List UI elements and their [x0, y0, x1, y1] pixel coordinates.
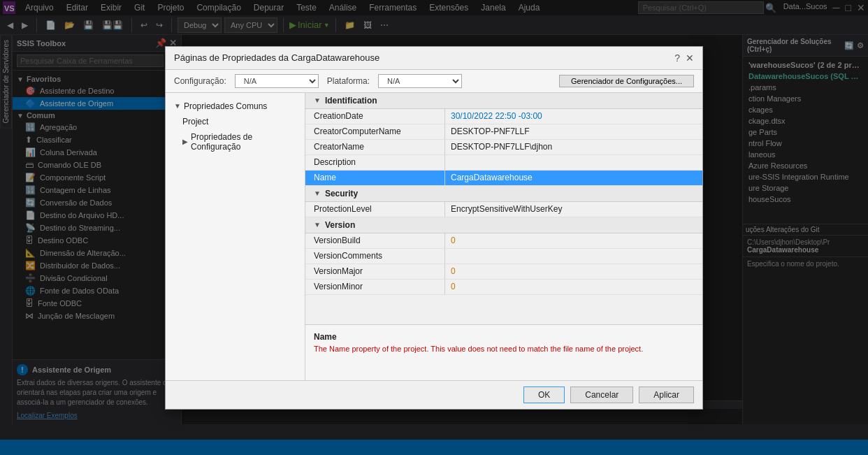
val-creator-computer[interactable]: DESKTOP-PNF7LLF — [445, 124, 702, 139]
row-creation-date: CreationDate 30/10/2022 22:50 -03:00 — [305, 109, 702, 124]
tree-expand-arrow: ▼ — [174, 102, 181, 110]
identification-arrow: ▼ — [314, 96, 321, 104]
tree-project[interactable]: Project — [166, 114, 305, 129]
config-label: Configuração: — [174, 76, 226, 86]
val-creator-name[interactable]: DESKTOP-PNF7LLF\djhon — [445, 140, 702, 154]
row-version-major: VersionMajor 0 — [305, 264, 702, 280]
val-version-minor[interactable]: 0 — [445, 280, 702, 294]
modal-title-icons: ? ✕ — [674, 52, 694, 64]
row-version-minor: VersionMinor 0 — [305, 280, 702, 295]
tree-config-props[interactable]: ▶ Propriedades de Configuração — [166, 129, 305, 154]
version-label: Version — [325, 220, 355, 230]
platform-select[interactable]: N/A — [378, 74, 462, 88]
key-protection-level: ProtectionLevel — [305, 202, 445, 217]
val-version-build[interactable]: 0 — [445, 233, 702, 248]
key-description: Description — [305, 155, 445, 170]
modal-title: Páginas de Propriedades da CargaDataware… — [174, 52, 379, 63]
props-table: ▼ Identification CreationDate 30/10/2022… — [305, 93, 702, 324]
val-creation-date[interactable]: 30/10/2022 22:50 -03:00 — [445, 109, 702, 124]
key-creation-date: CreationDate — [305, 109, 445, 124]
row-protection-level: ProtectionLevel EncryptSensitiveWithUser… — [305, 202, 702, 217]
val-version-comments[interactable] — [445, 249, 702, 263]
modal-title-bar: Páginas de Propriedades da CargaDataware… — [166, 47, 702, 70]
properties-modal: Páginas de Propriedades da CargaDataware… — [165, 46, 703, 410]
key-version-comments: VersionComments — [305, 249, 445, 263]
key-version-minor: VersionMinor — [305, 280, 445, 294]
info-desc: The Name property of the project. This v… — [314, 345, 694, 353]
key-name: Name — [305, 171, 445, 185]
row-description: Description — [305, 155, 702, 171]
modal-props: ▼ Identification CreationDate 30/10/2022… — [305, 93, 702, 380]
key-version-build: VersionBuild — [305, 233, 445, 248]
config-row: Configuração: N/A Plataforma: N/A Gerenc… — [166, 70, 702, 93]
row-name: Name CargaDatawarehouse — [305, 171, 702, 186]
section-version[interactable]: ▼ Version — [305, 217, 702, 233]
row-version-build: VersionBuild 0 — [305, 233, 702, 249]
tree-label-project: Project — [182, 117, 208, 127]
row-version-comments: VersionComments — [305, 249, 702, 264]
tree-propriedades-comuns[interactable]: ▼ Propriedades Comuns — [166, 99, 305, 114]
modal-info-box: Name The Name property of the project. T… — [305, 324, 702, 380]
val-version-major[interactable]: 0 — [445, 264, 702, 279]
row-creator-computer: CreatorComputerName DESKTOP-PNF7LLF — [305, 124, 702, 140]
modal-close-icon[interactable]: ✕ — [686, 52, 694, 64]
apply-button[interactable]: Aplicar — [639, 387, 694, 403]
val-name[interactable]: CargaDatawarehouse — [445, 171, 702, 185]
modal-tree: ▼ Propriedades Comuns Project ▶ Propried… — [166, 93, 305, 380]
platform-label: Plataforma: — [327, 76, 370, 86]
tree-label-config: Propriedades de Configuração — [191, 132, 296, 152]
config-select[interactable]: N/A — [235, 74, 319, 88]
section-security[interactable]: ▼ Security — [305, 186, 702, 202]
section-identification[interactable]: ▼ Identification — [305, 93, 702, 109]
cancel-button[interactable]: Cancelar — [570, 387, 633, 403]
version-arrow: ▼ — [314, 221, 321, 229]
config-mgr-btn[interactable]: Gerenciador de Configurações... — [559, 75, 694, 87]
info-title: Name — [314, 332, 694, 342]
modal-body: ▼ Propriedades Comuns Project ▶ Propried… — [166, 93, 702, 380]
val-description[interactable] — [445, 155, 702, 170]
key-creator-computer: CreatorComputerName — [305, 124, 445, 139]
identification-label: Identification — [325, 96, 377, 106]
ok-button[interactable]: OK — [523, 387, 565, 403]
val-protection-level[interactable]: EncryptSensitiveWithUserKey — [445, 202, 702, 217]
tree-config-arrow: ▶ — [182, 138, 188, 145]
row-creator-name: CreatorName DESKTOP-PNF7LLF\djhon — [305, 140, 702, 155]
security-arrow: ▼ — [314, 189, 321, 197]
key-creator-name: CreatorName — [305, 140, 445, 154]
modal-help-icon[interactable]: ? — [674, 52, 680, 64]
tree-label-comuns: Propriedades Comuns — [184, 101, 267, 111]
modal-overlay: Páginas de Propriedades da CargaDataware… — [0, 0, 868, 455]
modal-footer: OK Cancelar Aplicar — [166, 380, 702, 409]
security-label: Security — [325, 189, 358, 198]
key-version-major: VersionMajor — [305, 264, 445, 279]
